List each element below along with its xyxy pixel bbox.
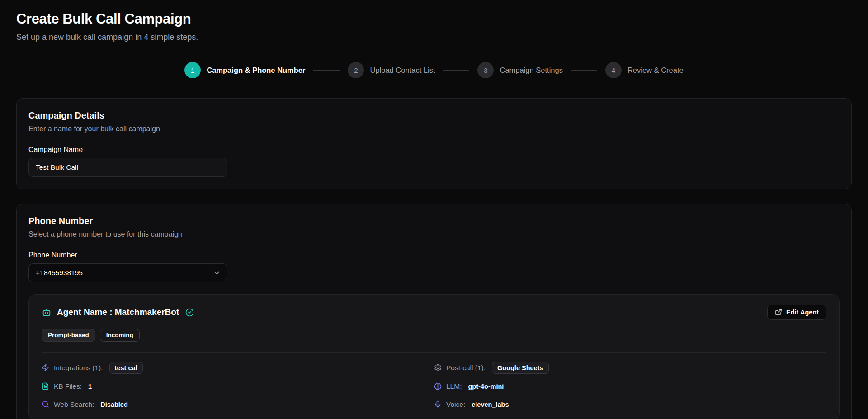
voice-label: Voice:	[446, 400, 465, 409]
edit-agent-button-label: Edit Agent	[786, 309, 819, 316]
step-2-number-badge: 2	[348, 62, 364, 78]
step-connector	[571, 70, 597, 71]
campaign-details-card: Campaign Details Enter a name for your b…	[16, 98, 852, 189]
campaign-details-heading: Campaign Details	[28, 110, 840, 121]
step-1-label: Campaign & Phone Number	[207, 66, 305, 75]
stepper-step-campaign-phone[interactable]: 1 Campaign & Phone Number	[184, 62, 305, 78]
campaign-name-label: Campaign Name	[28, 146, 840, 154]
web-search-value: Disabled	[100, 401, 127, 408]
agent-detail-post-call: Post-call (1): Google Sheets	[434, 362, 826, 374]
step-connector	[313, 70, 340, 71]
step-4-label: Review & Create	[627, 66, 684, 75]
step-1-number-badge: 1	[184, 62, 201, 78]
agent-detail-web-search: Web Search: Disabled	[42, 399, 434, 410]
agent-detail-voice: Voice: eleven_labs	[434, 399, 826, 410]
zap-icon	[42, 364, 49, 371]
campaign-details-description: Enter a name for your bulk call campaign	[28, 125, 840, 133]
agent-name-text: Agent Name : MatchmakerBot	[57, 307, 179, 317]
step-2-label: Upload Contact List	[370, 66, 435, 75]
step-4-number-badge: 4	[605, 62, 622, 78]
phone-number-selected-value: +18455938195	[36, 269, 83, 277]
stepper: 1 Campaign & Phone Number 2 Upload Conta…	[16, 62, 852, 78]
phone-number-card: Phone Number Select a phone number to us…	[16, 204, 852, 419]
check-circle-icon	[185, 308, 194, 317]
phone-number-description: Select a phone number to use for this ca…	[28, 230, 840, 238]
robot-icon	[42, 307, 52, 317]
stepper-step-campaign-settings[interactable]: 3 Campaign Settings	[477, 62, 562, 78]
agent-details-grid: Integrations (1): test cal KB Files: 1	[42, 362, 826, 410]
web-search-label: Web Search:	[54, 400, 94, 409]
external-link-icon	[775, 309, 782, 316]
file-text-icon	[42, 382, 49, 390]
step-3-label: Campaign Settings	[500, 66, 562, 75]
integrations-value: test cal	[109, 362, 143, 374]
page-title: Create Bulk Call Campaign	[16, 11, 852, 27]
agent-card-divider	[42, 352, 826, 353]
post-call-value: Google Sheets	[492, 362, 549, 374]
mic-icon	[434, 400, 442, 408]
llm-label: LLM:	[446, 382, 462, 390]
stepper-step-upload-contacts[interactable]: 2 Upload Contact List	[348, 62, 435, 78]
agent-type-badge: Prompt-based	[42, 329, 95, 342]
edit-agent-button[interactable]: Edit Agent	[767, 305, 826, 320]
llm-value: gpt-4o-mini	[468, 383, 504, 390]
stepper-step-review-create[interactable]: 4 Review & Create	[605, 62, 684, 78]
agent-detail-integrations: Integrations (1): test cal	[42, 362, 434, 374]
step-connector	[443, 70, 469, 71]
campaign-name-input[interactable]	[28, 158, 227, 177]
create-bulk-call-campaign-page: Create Bulk Call Campaign Set up a new b…	[0, 0, 868, 419]
agent-badges: Prompt-based Incoming	[42, 329, 826, 342]
voice-value: eleven_labs	[472, 401, 509, 408]
agent-detail-llm: LLM: gpt-4o-mini	[434, 381, 826, 392]
chevron-down-icon	[213, 269, 221, 277]
integrations-label: Integrations (1):	[54, 364, 103, 372]
search-icon	[42, 400, 49, 408]
post-call-label: Post-call (1):	[446, 364, 486, 372]
agent-summary-card: Agent Name : MatchmakerBot Edit Agent Pr…	[28, 294, 840, 419]
page-subtitle: Set up a new bulk call campaign in 4 sim…	[16, 33, 852, 42]
phone-number-heading: Phone Number	[28, 216, 840, 226]
phone-number-select[interactable]: +18455938195	[28, 263, 227, 282]
kb-files-label: KB Files:	[54, 382, 82, 390]
agent-direction-badge: Incoming	[100, 329, 140, 342]
kb-files-value: 1	[88, 383, 92, 390]
agent-detail-kb-files: KB Files: 1	[42, 381, 434, 392]
step-3-number-badge: 3	[477, 62, 494, 78]
brain-icon	[434, 382, 442, 390]
phone-number-label: Phone Number	[28, 251, 840, 259]
gear-icon	[434, 364, 442, 371]
